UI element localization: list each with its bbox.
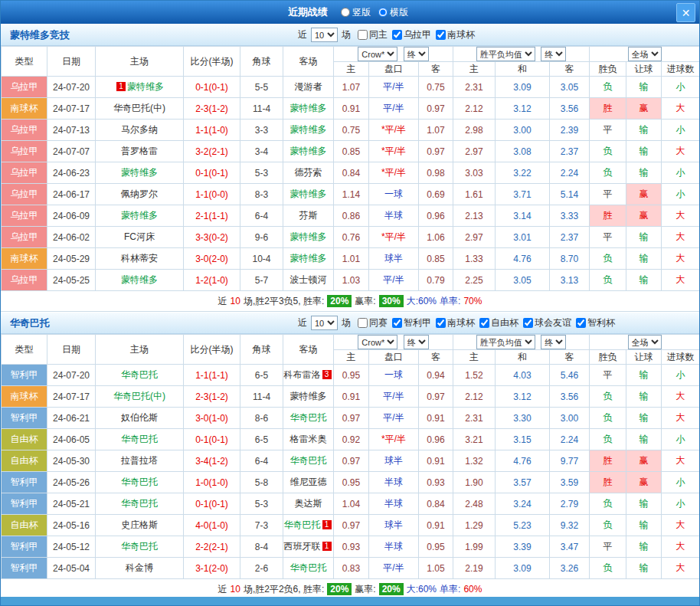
avg-state-select[interactable]: 终 xyxy=(541,335,566,349)
goals-cell: 大 xyxy=(662,386,700,408)
scope-select[interactable]: 全场 xyxy=(628,47,662,61)
filter-checkbox[interactable]: 自由杯 xyxy=(479,316,518,329)
filter-checkbox-label: 同主 xyxy=(369,28,388,41)
summary-record: 场,胜2平2负6, 胜率: xyxy=(244,583,324,596)
handicap-cell: 半球 xyxy=(369,536,419,558)
filter-checkbox[interactable]: 球会友谊 xyxy=(523,316,571,329)
avg-select[interactable]: 胜平负均值 xyxy=(476,47,535,61)
match-count-select[interactable]: 10 xyxy=(311,316,338,330)
horizontal-radio-input[interactable] xyxy=(378,8,388,17)
team-name: 蒙特维多 xyxy=(121,167,158,178)
goals-cell: 大 xyxy=(662,408,700,429)
filter-checkbox-input[interactable] xyxy=(392,318,402,328)
handicap-result-cell: 输 xyxy=(626,408,662,429)
odds-company-select[interactable]: Crow* xyxy=(358,47,397,61)
odds-company-select[interactable]: Crow* xyxy=(358,335,397,349)
avg-draw-cell: 3.39 xyxy=(496,536,550,558)
subcol-handicap-result: 让球 xyxy=(626,62,662,77)
single-rate-label: 单率: xyxy=(440,295,460,308)
layout-radio-horizontal[interactable]: 横版 xyxy=(378,6,408,19)
filter-checkbox-input[interactable] xyxy=(576,318,586,328)
handicap-result-cell: 输 xyxy=(626,227,662,248)
goals-cell: 大 xyxy=(662,98,700,120)
avg-home-cell: 1.33 xyxy=(453,248,496,270)
date-cell: 24-05-29 xyxy=(47,248,96,270)
filter-checkbox[interactable]: 智利杯 xyxy=(576,316,615,329)
match-row: 智利甲24-05-26华奇巴托1-0(1-0)5-8维尼亚德0.95半球0.93… xyxy=(2,472,700,493)
avg-away-cell: 3.13 xyxy=(550,270,590,291)
filter-checkbox-input[interactable] xyxy=(523,318,533,328)
subcol-avg-draw: 和 xyxy=(496,350,550,365)
team-name: 华奇巴托 xyxy=(121,541,158,552)
layout-radio-vertical[interactable]: 竖版 xyxy=(341,6,371,19)
subcol-avg-draw: 和 xyxy=(496,62,550,77)
filter-checkbox-input[interactable] xyxy=(358,318,368,328)
avg-group-header: 胜平负均值 终 xyxy=(453,47,590,62)
away-team-cell: 格雷米奥 xyxy=(283,429,334,450)
odds-state-select[interactable]: 终 xyxy=(404,47,429,61)
away-team-cell: 蒙特维多 xyxy=(283,120,334,141)
window-title-bar: 近期战绩 竖版 横版 ✕ xyxy=(1,1,699,24)
vertical-radio-input[interactable] xyxy=(341,8,350,17)
filter-checkbox[interactable]: 智利甲 xyxy=(392,316,431,329)
close-icon[interactable]: ✕ xyxy=(676,3,695,22)
filter-checkbox[interactable]: 南球杯 xyxy=(436,316,475,329)
handicap-result-cell: 输 xyxy=(626,515,662,536)
goals-cell: 大 xyxy=(662,450,700,472)
match-count-select[interactable]: 10 xyxy=(311,28,338,42)
home-team-cell: 华奇巴托(中) xyxy=(96,98,184,120)
score-cell: 0-1(0-1) xyxy=(184,77,240,98)
home-team-cell: 蒙特维多 xyxy=(96,270,184,291)
handicap-result-cell: 赢 xyxy=(626,205,662,227)
filter-checkbox[interactable]: 南球杯 xyxy=(436,28,475,41)
home-team-cell: 华奇巴托 xyxy=(96,472,184,493)
match-row: 乌拉甲24-07-201蒙特维多0-1(0-1)5-5漫游者1.07平/半0.7… xyxy=(2,77,700,98)
match-row: 乌拉甲24-06-09蒙特维多2-1(1-1)6-4芬斯0.86半球0.962.… xyxy=(2,205,700,227)
odds-state-select[interactable]: 终 xyxy=(404,335,429,349)
filter-checkbox-input[interactable] xyxy=(436,318,446,328)
avg-home-cell: 3.21 xyxy=(453,429,496,450)
handicap-result-cell: 输 xyxy=(626,77,662,98)
subcol-avg-home: 主 xyxy=(453,62,496,77)
match-row: 乌拉甲24-06-23蒙特维多0-1(0-1)5-3德芬索0.84*平/半0.9… xyxy=(2,162,700,184)
filter-checkbox-label: 乌拉甲 xyxy=(404,28,431,41)
score-cell: 2-3(1-2) xyxy=(184,98,240,120)
avg-home-cell: 1.61 xyxy=(453,184,496,205)
col-date: 日期 xyxy=(47,335,96,365)
scope-select[interactable]: 全场 xyxy=(628,335,662,349)
home-team-cell: FC河床 xyxy=(96,227,184,248)
filter-checkbox-input[interactable] xyxy=(436,30,446,40)
avg-away-cell: 2.37 xyxy=(550,141,590,162)
col-away: 客场 xyxy=(283,335,334,365)
score-cell: 1-1(1-1) xyxy=(184,365,240,386)
filter-checkbox-input[interactable] xyxy=(358,30,368,40)
away-team-cell: 蒙特维多 xyxy=(283,248,334,270)
corner-cell: 6-4 xyxy=(240,450,283,472)
avg-select[interactable]: 胜平负均值 xyxy=(476,335,535,349)
match-row: 智利甲24-05-21华奇巴托0-1(0-1)5-3奥达斯1.04半球0.842… xyxy=(2,493,700,515)
filter-checkbox-input[interactable] xyxy=(392,30,402,40)
home-odds-cell: 0.95 xyxy=(334,472,369,493)
result-cell: 平 xyxy=(590,120,626,141)
corner-cell: 7-3 xyxy=(240,515,283,536)
subcol-odds-home: 主 xyxy=(334,350,369,365)
match-row: 自由杯24-05-30拉普拉塔3-4(1-2)6-4华奇巴托0.97球半0.91… xyxy=(2,450,700,472)
home-odds-cell: 1.03 xyxy=(334,270,369,291)
filter-checkbox[interactable]: 同主 xyxy=(358,28,388,41)
date-cell: 24-06-23 xyxy=(47,162,96,184)
handicap-result-cell: 输 xyxy=(626,365,662,386)
team-name: 西班牙联 xyxy=(284,541,321,552)
away-team-cell: 华奇巴托1 xyxy=(283,515,334,536)
home-odds-cell: 0.86 xyxy=(334,205,369,227)
handicap-cell: 半球 xyxy=(369,493,419,515)
filter-checkbox[interactable]: 同赛 xyxy=(358,316,388,329)
avg-state-select[interactable]: 终 xyxy=(541,47,566,61)
goals-cell: 大 xyxy=(662,205,700,227)
date-cell: 24-07-17 xyxy=(47,98,96,120)
handicap-rate-badge: 30% xyxy=(379,295,404,307)
filter-checkbox[interactable]: 乌拉甲 xyxy=(392,28,431,41)
avg-away-cell: 2.24 xyxy=(550,429,590,450)
goals-cell: 大 xyxy=(662,536,700,558)
avg-away-cell: 3.26 xyxy=(550,558,590,579)
filter-checkbox-input[interactable] xyxy=(479,318,489,328)
